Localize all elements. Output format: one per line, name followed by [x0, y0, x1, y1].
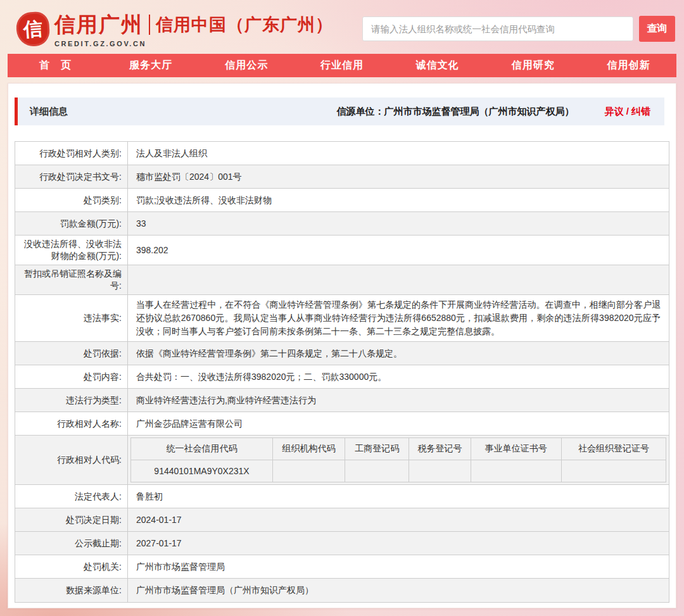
- nav-item-0[interactable]: 首 页: [8, 54, 103, 77]
- codes-header-cell: 社会组织登记证号: [562, 438, 666, 460]
- row-label: 行政相对人代码:: [15, 436, 128, 484]
- nav-item-2[interactable]: 信用公示: [199, 54, 294, 77]
- row-label: 公示截止期:: [15, 532, 128, 555]
- row-value: 广州市市场监督管理局: [128, 555, 669, 578]
- row-value: 2027-01-17: [128, 532, 669, 555]
- row-value: 罚款;没收违法所得、没收非法财物: [128, 189, 669, 211]
- row-value: 广州金莎品牌运营有限公司: [128, 412, 669, 435]
- row-value: 法人及非法人组织: [128, 142, 669, 165]
- site-header: 信 信用广州 信用中国（广东广州） CREDIT.GZ.GOV.CN 查询: [0, 0, 684, 54]
- row-label: 处罚依据:: [15, 342, 128, 365]
- table-row: 行政相对人代码:统一社会信用代码组织机构代码工商登记码税务登记号事业单位证书号社…: [15, 436, 669, 485]
- search-button[interactable]: 查询: [639, 16, 675, 42]
- row-value: 2024-01-17: [128, 508, 669, 531]
- row-label: 法定代表人:: [15, 485, 128, 508]
- row-value: 穗市监处罚〔2024〕001号: [128, 165, 669, 188]
- site-domain: CREDIT.GZ.GOV.CN: [54, 40, 333, 47]
- content-box: 详细信息 信源单位：广州市市场监督管理局（广州市知识产权局） 异议 / 纠错 行…: [8, 83, 676, 608]
- page-title: 详细信息: [30, 106, 68, 118]
- site-subtitle: 信用中国（广东广州）: [156, 13, 333, 36]
- row-label: 数据来源单位:: [15, 579, 128, 602]
- codes-header-cell: 税务登记号: [409, 438, 471, 460]
- codes-table: 统一社会信用代码组织机构代码工商登记码税务登记号事业单位证书号社会组织登记证号9…: [130, 437, 666, 482]
- row-label: 违法事实:: [15, 295, 128, 341]
- codes-value-cell: [345, 460, 408, 482]
- table-row: 法定代表人:鲁胜初: [15, 485, 669, 508]
- main-nav: 首 页服务大厅信用公示行业信用诚信文化信用研究信用创新: [8, 54, 676, 77]
- nav-item-6[interactable]: 信用创新: [581, 54, 676, 77]
- row-value: 依据《商业特许经营管理条例》第二十四条规定，第二十八条规定。: [128, 342, 669, 365]
- table-row: 公示截止期:2027-01-17: [15, 532, 669, 555]
- logo-text: 信用广州 信用中国（广东广州） CREDIT.GZ.GOV.CN: [54, 11, 333, 47]
- row-value: 鲁胜初: [128, 485, 669, 508]
- row-label: 行政相对人名称:: [15, 412, 128, 435]
- row-label: 处罚内容:: [15, 365, 128, 388]
- row-label: 行政处罚相对人类别:: [15, 142, 128, 165]
- table-row: 处罚依据:依据《商业特许经营管理条例》第二十四条规定，第二十八条规定。: [15, 342, 669, 365]
- table-row: 违法事实:当事人在经营过程中，在不符合《商业特许经营管理条例》第七条规定的条件下…: [15, 295, 669, 342]
- row-label: 处罚决定日期:: [15, 508, 128, 531]
- codes-value-cell: 91440101MA9Y0X231X: [131, 460, 273, 482]
- row-label: 罚款金额(万元):: [15, 212, 128, 235]
- row-label: 暂扣或吊销证照名称及编号:: [15, 265, 128, 294]
- logo-divider: [149, 15, 150, 35]
- row-value: 合共处罚：一、没收违法所得3982020元；二、罚款330000元。: [128, 365, 669, 388]
- codes-value-cell: [272, 460, 345, 482]
- table-row: 违法行为类型:商业特许经营违法行为,商业特许经营违法行为: [15, 389, 669, 412]
- row-value: 当事人在经营过程中，在不符合《商业特许经营管理条例》第七条规定的条件下开展商业特…: [128, 295, 669, 341]
- row-value: 33: [128, 212, 669, 235]
- codes-table-wrap: 统一社会信用代码组织机构代码工商登记码税务登记号事业单位证书号社会组织登记证号9…: [128, 436, 669, 484]
- table-row: 行政处罚决定书文号:穗市监处罚〔2024〕001号: [15, 165, 669, 189]
- codes-header-cell: 事业单位证书号: [471, 438, 562, 460]
- table-row: 没收违法所得、没收非法财物的金额(万元):398.202: [15, 236, 669, 265]
- table-row: 处罚内容:合共处罚：一、没收违法所得3982020元；二、罚款330000元。: [15, 365, 669, 389]
- search-area: 查询: [362, 16, 675, 42]
- row-label: 处罚机关:: [15, 555, 128, 578]
- table-row: 处罚决定日期:2024-01-17: [15, 508, 669, 532]
- seal-icon: 信: [15, 11, 51, 47]
- codes-value-cell: [562, 460, 666, 482]
- table-row: 数据来源单位:广州市市场监督管理局（广州市知识产权局）: [15, 579, 669, 602]
- nav-item-1[interactable]: 服务大厅: [103, 54, 199, 77]
- row-value: 广州市市场监督管理局（广州市知识产权局）: [128, 579, 669, 602]
- row-label: 行政处罚决定书文号:: [15, 165, 128, 188]
- info-table: 行政处罚相对人类别:法人及非法人组织行政处罚决定书文号:穗市监处罚〔2024〕0…: [15, 141, 669, 603]
- table-row: 行政处罚相对人类别:法人及非法人组织: [15, 142, 669, 165]
- table-row: 行政相对人名称:广州金莎品牌运营有限公司: [15, 412, 669, 436]
- codes-value-cell: [471, 460, 562, 482]
- detail-header-bar: 详细信息 信源单位：广州市市场监督管理局（广州市知识产权局） 异议 / 纠错: [15, 97, 664, 125]
- row-label: 处罚类别:: [15, 189, 128, 211]
- nav-item-4[interactable]: 诚信文化: [390, 54, 485, 77]
- codes-header-cell: 组织机构代码: [272, 438, 345, 460]
- search-input[interactable]: [362, 16, 633, 41]
- site-logo: 信 信用广州 信用中国（广东广州） CREDIT.GZ.GOV.CN: [16, 11, 333, 47]
- dispute-correction-link[interactable]: 异议 / 纠错: [604, 106, 650, 118]
- table-row: 处罚机关:广州市市场监督管理局: [15, 555, 669, 579]
- row-value: [128, 265, 669, 294]
- table-row: 暂扣或吊销证照名称及编号:: [15, 265, 669, 295]
- nav-item-3[interactable]: 行业信用: [294, 54, 390, 77]
- table-row: 罚款金额(万元):33: [15, 212, 669, 236]
- nav-item-5[interactable]: 信用研究: [485, 54, 581, 77]
- row-label: 没收违法所得、没收非法财物的金额(万元):: [15, 236, 128, 265]
- codes-header-cell: 工商登记码: [345, 438, 408, 460]
- codes-value-cell: [409, 460, 471, 482]
- row-value: 398.202: [128, 236, 669, 265]
- codes-header-cell: 统一社会信用代码: [131, 438, 273, 460]
- source-unit-label: 信源单位：广州市市场监督管理局（广州市知识产权局）: [336, 106, 574, 118]
- row-value: 商业特许经营违法行为,商业特许经营违法行为: [128, 389, 669, 412]
- site-name: 信用广州: [54, 11, 143, 39]
- row-label: 违法行为类型:: [15, 389, 128, 412]
- table-row: 处罚类别:罚款;没收违法所得、没收非法财物: [15, 189, 669, 212]
